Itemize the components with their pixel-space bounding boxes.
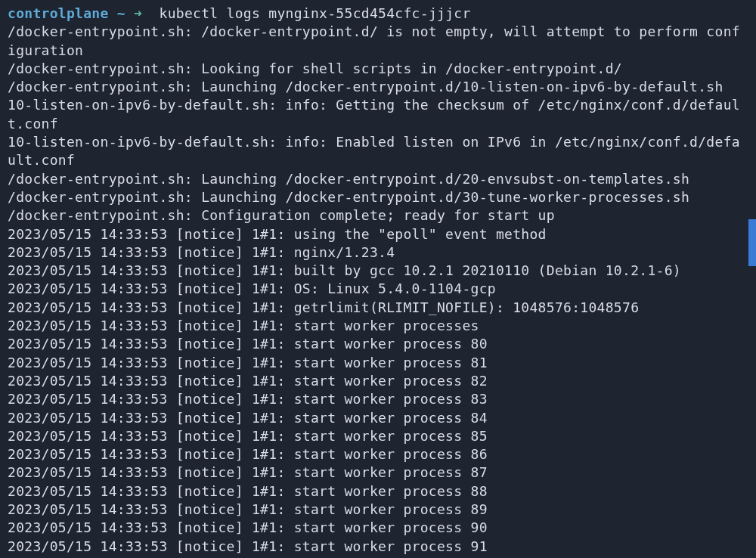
output-line: 2023/05/15 14:33:53 [notice] 1#1: nginx/…: [8, 243, 748, 262]
output-line: 2023/05/15 14:33:53 [notice] 1#1: using …: [8, 225, 748, 243]
output-line: 2023/05/15 14:33:53 [notice] 1#1: start …: [8, 335, 748, 353]
output-line: /docker-entrypoint.sh: Launching /docker…: [8, 78, 748, 96]
output-line: 2023/05/15 14:33:53 [notice] 1#1: start …: [8, 501, 748, 519]
terminal-output: /docker-entrypoint.sh: /docker-entrypoin…: [8, 23, 748, 556]
prompt-arrow-icon: ➜: [134, 5, 142, 21]
output-line: 2023/05/15 14:33:53 [notice] 1#1: getrli…: [8, 299, 748, 317]
output-line: 10-listen-on-ipv6-by-default.sh: info: G…: [8, 96, 748, 133]
output-line: 2023/05/15 14:33:53 [notice] 1#1: start …: [8, 390, 748, 408]
output-line: 2023/05/15 14:33:53 [notice] 1#1: start …: [8, 538, 748, 556]
output-line: /docker-entrypoint.sh: Configuration com…: [8, 206, 748, 225]
output-line: 2023/05/15 14:33:53 [notice] 1#1: start …: [8, 519, 748, 537]
output-line: 2023/05/15 14:33:53 [notice] 1#1: start …: [8, 409, 748, 427]
prompt-command: kubectl logs mynginx-55cd454cfc-jjjcr: [160, 5, 471, 21]
scrollbar-thumb[interactable]: [748, 219, 756, 266]
terminal[interactable]: controlplane ~ ➜ kubectl logs mynginx-55…: [8, 5, 748, 553]
prompt-line: controlplane ~ ➜ kubectl logs mynginx-55…: [8, 5, 748, 23]
output-line: 2023/05/15 14:33:53 [notice] 1#1: start …: [8, 317, 748, 335]
output-line: /docker-entrypoint.sh: /docker-entrypoin…: [8, 23, 748, 60]
output-line: 2023/05/15 14:33:53 [notice] 1#1: start …: [8, 445, 748, 463]
output-line: /docker-entrypoint.sh: Looking for shell…: [8, 60, 748, 78]
output-line: 2023/05/15 14:33:53 [notice] 1#1: start …: [8, 427, 748, 445]
output-line: /docker-entrypoint.sh: Launching /docker…: [8, 188, 748, 206]
output-line: 2023/05/15 14:33:53 [notice] 1#1: OS: Li…: [8, 280, 748, 298]
prompt-spacer: [142, 5, 159, 21]
prompt-host: controlplane: [8, 5, 109, 21]
output-line: /docker-entrypoint.sh: Launching /docker…: [8, 170, 748, 188]
output-line: 2023/05/15 14:33:53 [notice] 1#1: built …: [8, 262, 748, 280]
output-line: 2023/05/15 14:33:53 [notice] 1#1: start …: [8, 372, 748, 390]
output-line: 10-listen-on-ipv6-by-default.sh: info: E…: [8, 133, 748, 170]
output-line: 2023/05/15 14:33:53 [notice] 1#1: start …: [8, 463, 748, 482]
prompt-tilde: ~: [109, 5, 134, 21]
output-line: 2023/05/15 14:33:53 [notice] 1#1: start …: [8, 354, 748, 372]
output-line: 2023/05/15 14:33:53 [notice] 1#1: start …: [8, 482, 748, 501]
